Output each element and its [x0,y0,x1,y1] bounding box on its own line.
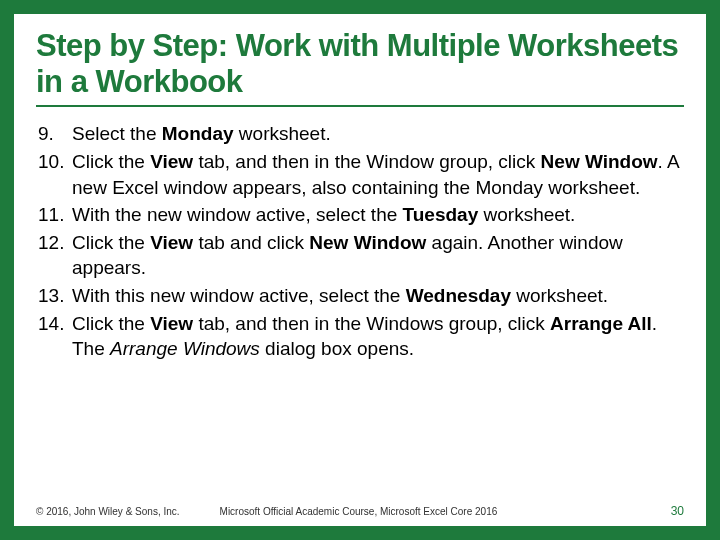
list-item: 14.Click the View tab, and then in the W… [36,311,684,362]
step-text: Select the Monday worksheet. [72,121,684,147]
step-text: With this new window active, select the … [72,283,684,309]
list-item: 9.Select the Monday worksheet. [36,121,684,147]
page-number: 30 [671,504,684,518]
step-text: Click the View tab, and then in the Wind… [72,149,684,200]
step-number: 12. [36,230,72,281]
content-area: 9.Select the Monday worksheet.10.Click t… [36,121,684,498]
step-text: Click the View tab, and then in the Wind… [72,311,684,362]
course-text: Microsoft Official Academic Course, Micr… [220,506,671,517]
page-title: Step by Step: Work with Multiple Workshe… [36,28,684,107]
step-number: 10. [36,149,72,200]
step-number: 14. [36,311,72,362]
step-text: Click the View tab and click New Window … [72,230,684,281]
step-list: 9.Select the Monday worksheet.10.Click t… [36,121,684,362]
slide: Step by Step: Work with Multiple Workshe… [14,14,706,526]
footer: © 2016, John Wiley & Sons, Inc. Microsof… [36,498,684,518]
copyright-text: © 2016, John Wiley & Sons, Inc. [36,506,180,517]
list-item: 13.With this new window active, select t… [36,283,684,309]
list-item: 11.With the new window active, select th… [36,202,684,228]
step-number: 13. [36,283,72,309]
step-number: 11. [36,202,72,228]
list-item: 10.Click the View tab, and then in the W… [36,149,684,200]
step-number: 9. [36,121,72,147]
list-item: 12.Click the View tab and click New Wind… [36,230,684,281]
step-text: With the new window active, select the T… [72,202,684,228]
